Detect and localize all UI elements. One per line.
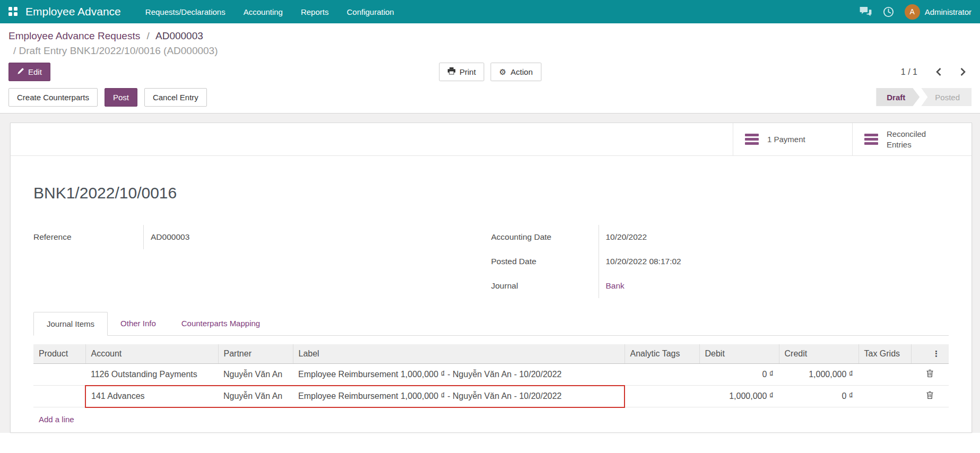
user-menu[interactable]: A Administrator [905, 4, 972, 20]
menu-reports[interactable]: Reports [293, 3, 336, 21]
column-header-account[interactable]: Account [85, 344, 218, 364]
pager-next-icon[interactable] [960, 67, 966, 76]
breadcrumb-current-label: Draft Entry BNK1/2022/10/0016 (AD000003) [19, 45, 218, 56]
breadcrumb-link-requests[interactable]: Employee Advance Requests [8, 30, 140, 41]
optional-columns-icon[interactable]: ⋮ [917, 349, 944, 359]
print-button[interactable]: Print [439, 63, 484, 81]
cell-debit: 1,000,000 ₫ [699, 386, 779, 407]
notebook-tabs: Journal Items Other Info Counterparts Ma… [33, 312, 949, 336]
edit-button[interactable]: Edit [8, 63, 50, 81]
column-header-analytic-tags[interactable]: Analytic Tags [625, 344, 699, 364]
posted-date-field-label: Posted Date [491, 249, 599, 274]
avatar: A [905, 4, 920, 20]
breadcrumb-item-request[interactable]: AD000003 [155, 30, 203, 41]
journal-item-row-2-highlighted[interactable]: 141 Advances Nguyễn Văn An Employee Reim… [33, 386, 949, 407]
journal-field-label: Journal [491, 274, 599, 298]
tab-counterparts-mapping[interactable]: Counterparts Mapping [169, 312, 273, 335]
pager-previous-icon[interactable] [935, 67, 942, 76]
table-header-row: Product Account Partner Label Analytic T… [33, 344, 949, 364]
posted-date-field-value: 10/20/2022 08:17:02 [606, 249, 949, 274]
tab-journal-items[interactable]: Journal Items [33, 312, 108, 336]
cell-label: Employee Reimbursement 1,000,000 ₫ - Ngu… [293, 386, 625, 407]
statusbar: Create Counterparts Post Cancel Entry Dr… [0, 88, 980, 114]
status-stage-posted[interactable]: Posted [921, 88, 972, 106]
messages-icon[interactable] [859, 6, 872, 17]
app-brand[interactable]: Employee Advance [25, 5, 121, 18]
cancel-entry-button[interactable]: Cancel Entry [144, 88, 207, 107]
post-button[interactable]: Post [105, 88, 137, 107]
journal-field-value-link[interactable]: Bank [606, 281, 625, 291]
printer-icon [447, 67, 455, 77]
reference-field-value: AD000003 [151, 225, 491, 249]
column-header-credit[interactable]: Credit [779, 344, 858, 364]
print-button-label: Print [459, 67, 476, 77]
reference-field-label: Reference [33, 225, 143, 249]
cell-credit: 1,000,000 ₫ [779, 364, 858, 386]
tab-other-info[interactable]: Other Info [108, 312, 169, 335]
column-header-product[interactable]: Product [33, 344, 85, 364]
reconciled-entries-stat-label: Reconciled Entries [887, 129, 950, 150]
apps-menu-icon[interactable] [8, 7, 18, 16]
add-a-line-link[interactable]: Add a line [39, 415, 74, 424]
accounting-date-field-label: Accounting Date [491, 225, 599, 249]
navbar-systray: A Administrator [859, 4, 972, 20]
journal-entries-icon [864, 134, 878, 145]
cell-label: Employee Reimbursement 1,000,000 ₫ - Ngu… [293, 364, 625, 386]
cell-partner: Nguyễn Văn An [218, 364, 293, 386]
reconciled-entries-stat-button[interactable]: Reconciled Entries [852, 123, 972, 155]
user-name: Administrator [925, 7, 972, 16]
activities-clock-icon[interactable] [883, 6, 894, 18]
record-title: BNK1/2022/10/0016 [33, 184, 949, 203]
field-groups: Reference AD000003 Accounting Date Poste… [33, 225, 949, 298]
column-header-partner[interactable]: Partner [218, 344, 293, 364]
form-sheet: 1 Payment Reconciled Entries BNK1/2022/1… [10, 123, 972, 433]
cell-account: 141 Advances [85, 386, 218, 407]
pager: 1 / 1 [901, 67, 972, 77]
content-area: 1 Payment Reconciled Entries BNK1/2022/1… [0, 114, 980, 433]
journal-items-table: Product Account Partner Label Analytic T… [33, 344, 949, 408]
menu-requests-declarations[interactable]: Requests/Declarations [138, 3, 233, 21]
cell-tax-grids [858, 364, 911, 386]
breadcrumb: Employee Advance Requests / AD000003 / D… [0, 23, 980, 58]
menu-accounting[interactable]: Accounting [236, 3, 290, 21]
status-stage-draft[interactable]: Draft [876, 88, 920, 106]
column-header-tax-grids[interactable]: Tax Grids [858, 344, 911, 364]
action-button[interactable]: ⚙ Action [491, 63, 541, 81]
cell-partner: Nguyễn Văn An [218, 386, 293, 407]
cell-product [33, 386, 85, 407]
journal-entries-icon [745, 134, 759, 145]
breadcrumb-separator-2: / [13, 45, 16, 56]
journal-item-row-1[interactable]: 1126 Outstanding Payments Nguyễn Văn An … [33, 364, 949, 386]
column-header-label[interactable]: Label [293, 344, 625, 364]
breadcrumb-current-page: / Draft Entry BNK1/2022/10/0016 (AD00000… [8, 45, 972, 57]
cell-product [33, 364, 85, 386]
delete-row-icon[interactable] [926, 392, 934, 401]
cell-debit: 0 ₫ [699, 364, 779, 386]
accounting-date-field-value: 10/20/2022 [606, 225, 949, 249]
cell-account: 1126 Outstanding Payments [85, 364, 218, 386]
status-ribbon: Draft Posted [876, 88, 972, 107]
cell-analytic-tags [625, 364, 699, 386]
pager-counter: 1 / 1 [901, 67, 917, 77]
create-counterparts-button[interactable]: Create Counterparts [8, 88, 98, 107]
gear-icon: ⚙ [499, 68, 506, 76]
column-header-debit[interactable]: Debit [699, 344, 779, 364]
main-menu: Requests/Declarations Accounting Reports… [138, 3, 402, 21]
pencil-icon [17, 67, 24, 77]
cell-tax-grids [858, 386, 911, 407]
action-button-label: Action [510, 67, 533, 77]
delete-row-icon[interactable] [926, 370, 934, 379]
payments-stat-button[interactable]: 1 Payment [733, 123, 852, 155]
control-panel: Edit Print ⚙ Action 1 / 1 [0, 58, 980, 88]
edit-button-label: Edit [28, 67, 42, 77]
breadcrumb-separator: / [147, 30, 150, 41]
top-navbar: Employee Advance Requests/Declarations A… [0, 0, 980, 23]
cell-analytic-tags [625, 386, 699, 407]
payments-stat-label: 1 Payment [767, 134, 805, 145]
cell-credit: 0 ₫ [779, 386, 858, 407]
menu-configuration[interactable]: Configuration [339, 3, 401, 21]
stat-button-box: 1 Payment Reconciled Entries [11, 123, 972, 156]
